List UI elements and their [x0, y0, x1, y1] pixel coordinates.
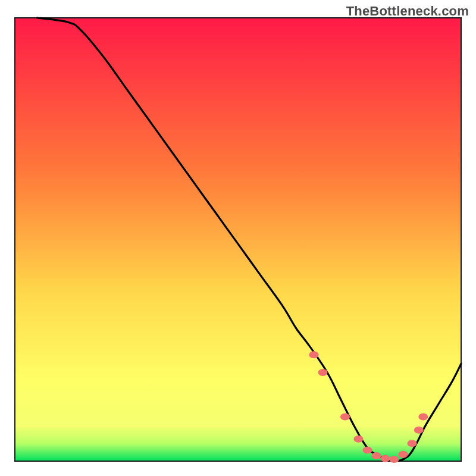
curve-marker	[318, 369, 328, 376]
chart-stage: TheBottleneck.com	[0, 0, 476, 476]
curve-marker	[418, 414, 428, 421]
curve-marker	[390, 456, 399, 463]
curve-marker	[381, 455, 390, 462]
plot-background	[15, 18, 461, 461]
curve-marker	[363, 446, 372, 453]
curve-marker	[408, 440, 417, 447]
curve-marker	[340, 414, 350, 421]
curve-marker	[354, 436, 364, 443]
curve-marker	[309, 351, 319, 358]
curve-marker	[399, 451, 408, 458]
bottleneck-curve-chart	[0, 0, 476, 476]
curve-marker	[414, 427, 424, 434]
curve-marker	[372, 452, 381, 459]
